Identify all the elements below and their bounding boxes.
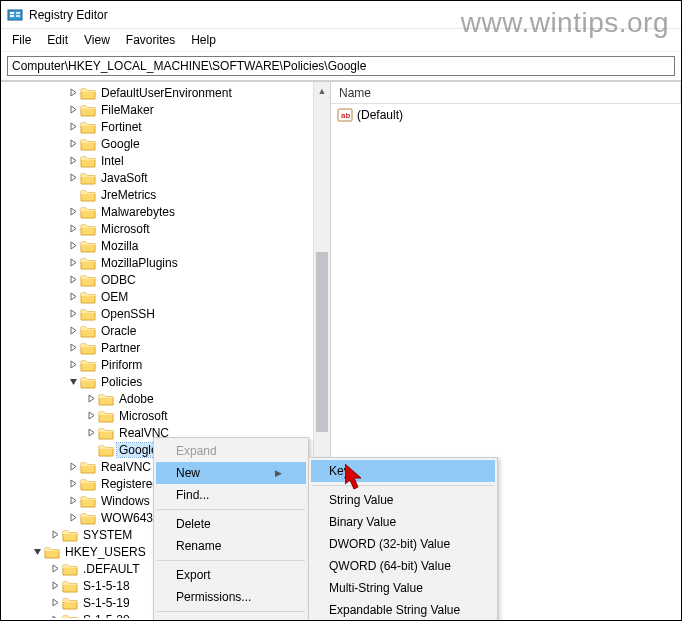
scroll-thumb[interactable] bbox=[316, 252, 328, 432]
ctx-item-label: New bbox=[176, 466, 200, 480]
column-name[interactable]: Name bbox=[331, 83, 681, 103]
tree-item-label: Fortinet bbox=[99, 120, 144, 134]
tree-item-oem[interactable]: OEM bbox=[1, 288, 330, 305]
menu-edit[interactable]: Edit bbox=[40, 31, 75, 49]
submenu-item-label: Multi-String Value bbox=[329, 581, 423, 595]
expand-right-icon[interactable] bbox=[67, 342, 79, 354]
expand-right-icon[interactable] bbox=[67, 206, 79, 218]
tree-item-policies[interactable]: Policies bbox=[1, 373, 330, 390]
tree-item-label: Google bbox=[99, 137, 142, 151]
expand-right-icon[interactable] bbox=[49, 580, 61, 592]
expand-right-icon[interactable] bbox=[49, 597, 61, 609]
ctx-copy-key-name[interactable]: Copy Key Name bbox=[156, 615, 306, 621]
expand-right-icon[interactable] bbox=[67, 461, 79, 473]
expand-right-icon[interactable] bbox=[85, 427, 97, 439]
expand-right-icon[interactable] bbox=[85, 393, 97, 405]
tree-item-label: MozillaPlugins bbox=[99, 256, 180, 270]
menu-view[interactable]: View bbox=[77, 31, 117, 49]
tree-item-odbc[interactable]: ODBC bbox=[1, 271, 330, 288]
tree-item-mozillaplugins[interactable]: MozillaPlugins bbox=[1, 254, 330, 271]
submenu-binary-value[interactable]: Binary Value bbox=[311, 511, 495, 533]
scroll-up-button[interactable]: ▲ bbox=[314, 82, 330, 99]
menu-file[interactable]: File bbox=[5, 31, 38, 49]
list-row-default[interactable]: ab (Default) bbox=[331, 106, 681, 124]
expand-right-icon[interactable] bbox=[67, 87, 79, 99]
expand-right-icon[interactable] bbox=[67, 121, 79, 133]
tree-item-openssh[interactable]: OpenSSH bbox=[1, 305, 330, 322]
expand-right-icon[interactable] bbox=[49, 529, 61, 541]
address-path[interactable]: \HKEY_LOCAL_MACHINE\SOFTWARE\Policies\Go… bbox=[65, 59, 367, 73]
expand-right-icon[interactable] bbox=[67, 512, 79, 524]
folder-icon bbox=[80, 273, 96, 287]
list-header[interactable]: Name bbox=[331, 82, 681, 104]
menu-favorites[interactable]: Favorites bbox=[119, 31, 182, 49]
ctx-new[interactable]: New▶ bbox=[156, 462, 306, 484]
tree-item-mozilla[interactable]: Mozilla bbox=[1, 237, 330, 254]
expand-right-icon[interactable] bbox=[85, 410, 97, 422]
expand-right-icon[interactable] bbox=[85, 444, 97, 456]
tree-item-label: Partner bbox=[99, 341, 142, 355]
submenu-multi-string-value[interactable]: Multi-String Value bbox=[311, 577, 495, 599]
menu-help[interactable]: Help bbox=[184, 31, 223, 49]
expand-right-icon[interactable] bbox=[67, 274, 79, 286]
expand-right-icon[interactable] bbox=[67, 495, 79, 507]
tree-item-microsoft[interactable]: Microsoft bbox=[1, 407, 330, 424]
expand-right-icon[interactable] bbox=[67, 308, 79, 320]
tree-item-defaultuserenvironment[interactable]: DefaultUserEnvironment bbox=[1, 84, 330, 101]
expand-right-icon[interactable] bbox=[67, 478, 79, 490]
context-menu[interactable]: ExpandNew▶Find...DeleteRenameExportPermi… bbox=[153, 437, 309, 621]
ctx-find-[interactable]: Find... bbox=[156, 484, 306, 506]
expand-right-icon[interactable] bbox=[67, 291, 79, 303]
expand-right-icon[interactable] bbox=[67, 104, 79, 116]
folder-icon bbox=[80, 494, 96, 508]
expand-right-icon[interactable] bbox=[67, 325, 79, 337]
expand-right-icon[interactable] bbox=[67, 189, 79, 201]
expand-right-icon[interactable] bbox=[49, 563, 61, 575]
expand-right-icon[interactable] bbox=[67, 223, 79, 235]
submenu-item-label: Expandable String Value bbox=[329, 603, 460, 617]
ctx-export[interactable]: Export bbox=[156, 564, 306, 586]
expand-down-icon[interactable] bbox=[67, 376, 79, 388]
submenu-item-label: Binary Value bbox=[329, 515, 396, 529]
submenu-item-label: Key bbox=[329, 464, 350, 478]
expand-right-icon[interactable] bbox=[49, 614, 61, 619]
expand-right-icon[interactable] bbox=[67, 155, 79, 167]
folder-icon bbox=[80, 239, 96, 253]
svg-rect-1 bbox=[10, 12, 14, 14]
tree-item-google[interactable]: Google bbox=[1, 135, 330, 152]
folder-icon bbox=[80, 307, 96, 321]
tree-item-label: S-1-5-20 bbox=[81, 613, 132, 619]
ctx-delete[interactable]: Delete bbox=[156, 513, 306, 535]
expand-right-icon[interactable] bbox=[67, 172, 79, 184]
context-submenu-new[interactable]: KeyString ValueBinary ValueDWORD (32-bit… bbox=[308, 457, 498, 621]
ctx-item-label: Export bbox=[176, 568, 211, 582]
folder-icon bbox=[80, 324, 96, 338]
submenu-dword-32-bit-value[interactable]: DWORD (32-bit) Value bbox=[311, 533, 495, 555]
ctx-rename[interactable]: Rename bbox=[156, 535, 306, 557]
tree-item-partner[interactable]: Partner bbox=[1, 339, 330, 356]
tree-item-piriform[interactable]: Piriform bbox=[1, 356, 330, 373]
window-title: Registry Editor bbox=[29, 8, 108, 22]
submenu-string-value[interactable]: String Value bbox=[311, 489, 495, 511]
tree-item-adobe[interactable]: Adobe bbox=[1, 390, 330, 407]
tree-item-fortinet[interactable]: Fortinet bbox=[1, 118, 330, 135]
tree-item-javasoft[interactable]: JavaSoft bbox=[1, 169, 330, 186]
tree-item-label: S-1-5-19 bbox=[81, 596, 132, 610]
submenu-key[interactable]: Key bbox=[311, 460, 495, 482]
tree-item-label: SYSTEM bbox=[81, 528, 134, 542]
expand-right-icon[interactable] bbox=[67, 257, 79, 269]
expand-right-icon[interactable] bbox=[67, 359, 79, 371]
svg-rect-3 bbox=[16, 12, 20, 14]
tree-item-oracle[interactable]: Oracle bbox=[1, 322, 330, 339]
tree-item-intel[interactable]: Intel bbox=[1, 152, 330, 169]
expand-right-icon[interactable] bbox=[67, 240, 79, 252]
ctx-permissions-[interactable]: Permissions... bbox=[156, 586, 306, 608]
tree-item-jremetrics[interactable]: JreMetrics bbox=[1, 186, 330, 203]
tree-item-microsoft[interactable]: Microsoft bbox=[1, 220, 330, 237]
tree-item-filemaker[interactable]: FileMaker bbox=[1, 101, 330, 118]
expand-right-icon[interactable] bbox=[67, 138, 79, 150]
submenu-qword-64-bit-value[interactable]: QWORD (64-bit) Value bbox=[311, 555, 495, 577]
expand-down-icon[interactable] bbox=[31, 546, 43, 558]
tree-item-malwarebytes[interactable]: Malwarebytes bbox=[1, 203, 330, 220]
submenu-expandable-string-value[interactable]: Expandable String Value bbox=[311, 599, 495, 621]
